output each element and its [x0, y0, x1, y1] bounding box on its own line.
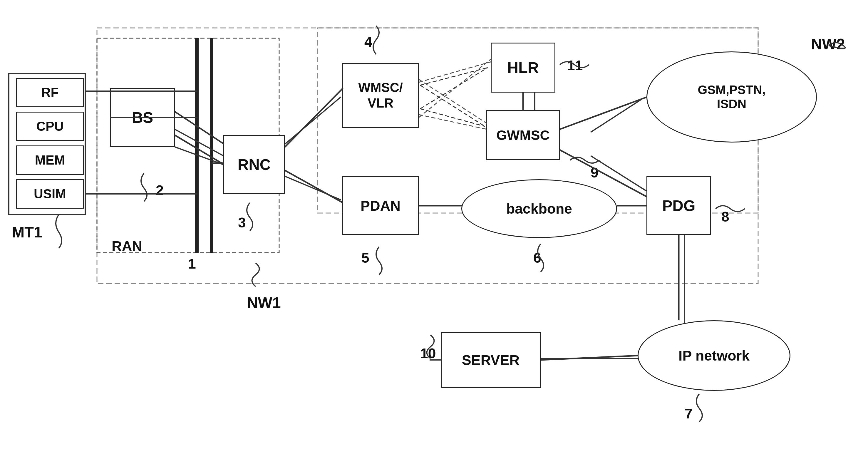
gsm-pstn-isdn-ellipse: GSM,PSTN,ISDN — [646, 52, 817, 143]
ref-1: 1 — [188, 256, 196, 272]
svg-line-28 — [175, 135, 224, 164]
nw2-label: NW2 — [811, 35, 845, 53]
backbone-ellipse: backbone — [461, 179, 617, 238]
cpu-box: CPU — [16, 112, 84, 141]
svg-line-34 — [419, 79, 487, 123]
ref-8: 8 — [721, 209, 729, 225]
svg-line-35 — [419, 59, 491, 118]
ref-5: 5 — [362, 250, 369, 266]
svg-line-42 — [541, 356, 638, 360]
hlr-box: HLR — [491, 42, 555, 93]
svg-line-10 — [285, 97, 341, 144]
gsm-pstn-isdn-label: GSM,PSTN,ISDN — [698, 83, 766, 111]
ref-7: 7 — [685, 406, 692, 422]
svg-line-30 — [285, 88, 343, 147]
rnc-box: RNC — [223, 135, 285, 194]
ref-4: 4 — [364, 34, 372, 50]
svg-line-14 — [420, 85, 485, 126]
svg-line-7 — [175, 129, 223, 156]
bs-box: BS — [110, 88, 175, 147]
svg-line-13 — [420, 109, 485, 126]
svg-line-31 — [285, 171, 343, 203]
pdan-box: PDAN — [342, 176, 419, 235]
svg-line-8 — [175, 147, 223, 164]
server-box: SERVER — [441, 332, 541, 388]
svg-rect-0 — [97, 28, 758, 283]
svg-line-15 — [420, 67, 488, 109]
ref-11: 11 — [567, 57, 583, 73]
svg-line-12 — [420, 67, 488, 85]
wmsc-vlr-label: WMSC/VLR — [358, 80, 403, 111]
ran-label: RAN — [112, 238, 142, 254]
svg-line-17 — [591, 100, 641, 132]
ref-2: 2 — [156, 182, 164, 198]
svg-line-32 — [419, 62, 491, 82]
svg-line-11 — [285, 176, 341, 200]
ref-9: 9 — [591, 164, 598, 181]
nw1-label: NW1 — [247, 294, 281, 311]
ip-network-ellipse: IP network — [638, 320, 790, 391]
mt1-label: MT1 — [12, 223, 42, 241]
svg-line-33 — [419, 115, 487, 129]
ref-10: 10 — [420, 345, 436, 361]
mem-box: MEM — [16, 146, 84, 175]
ref-6: 6 — [533, 250, 541, 266]
svg-line-27 — [175, 112, 224, 144]
gwmsc-box: GWMSC — [486, 110, 560, 160]
svg-line-23 — [591, 156, 646, 191]
wmsc-vlr-box: WMSC/VLR — [342, 63, 419, 128]
rf-box: RF — [16, 78, 84, 107]
ref-3: 3 — [238, 214, 246, 231]
svg-line-37 — [560, 97, 647, 129]
pdg-box: PDG — [646, 176, 711, 235]
usim-box: USIM — [16, 179, 84, 209]
